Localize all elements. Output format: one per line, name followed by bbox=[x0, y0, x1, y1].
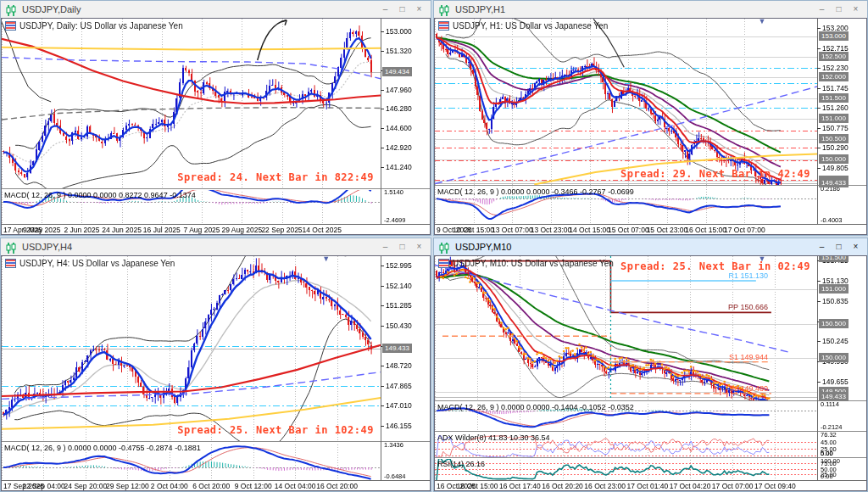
chart-window-usdjpy-m10[interactable]: USDJPY,M10 –□× USDJPY, M10: US Dollar vs… bbox=[433, 238, 868, 492]
window-titlebar[interactable]: USDJPY,Daily –□× bbox=[1, 1, 431, 18]
indicator-label: RSI(14) 26.16 bbox=[437, 460, 485, 468]
time-axis-label: 9 Oct 12:00 bbox=[235, 482, 272, 490]
indicator-axis-tick: 0.00 bbox=[821, 472, 833, 480]
pivot-level-label: S2 149.480 bbox=[729, 384, 768, 393]
price-axis-tick: 151.260 bbox=[822, 103, 849, 112]
window-titlebar[interactable]: USDJPY,M10 –□× bbox=[434, 238, 867, 255]
time-axis-label: 13 Oct 07:00 bbox=[492, 226, 533, 234]
time-axis-label: 17 Oct 07:00 bbox=[724, 226, 765, 234]
time-axis-label: 16 Jul 2025 bbox=[143, 226, 181, 234]
chart-client-area: USDJPY, H1: US Dollar vs Japanese Yen Sp… bbox=[434, 18, 867, 235]
spread-countdown-label: Spread: 25. Next Bar in 02:49 bbox=[620, 260, 810, 272]
price-axis-tick: 149.805 bbox=[822, 164, 849, 172]
minimize-button[interactable]: – bbox=[815, 3, 829, 16]
minimize-button[interactable]: – bbox=[378, 3, 392, 16]
maximize-button[interactable]: □ bbox=[395, 3, 409, 16]
time-axis-label: 2 Jun 2025 bbox=[64, 226, 99, 234]
price-level-badge: 151.000 bbox=[819, 284, 849, 294]
minimize-button[interactable]: – bbox=[378, 241, 392, 254]
pivot-level-label: PP 150.666 bbox=[728, 303, 768, 311]
indicator-axis-tick: -0.6484 bbox=[384, 472, 405, 480]
indicator-axis-tick: 0.00 bbox=[821, 450, 833, 457]
price-level-badge: 151.500 bbox=[819, 93, 849, 103]
close-button[interactable]: × bbox=[412, 3, 426, 16]
time-axis-label: 16 Oct 20:00 bbox=[316, 482, 358, 490]
chart-app-icon bbox=[5, 4, 18, 15]
price-axis-tick: 150.775 bbox=[822, 124, 849, 132]
maximize-button[interactable]: □ bbox=[395, 241, 409, 254]
close-button[interactable]: × bbox=[849, 3, 863, 16]
price-axis-tick: 142.920 bbox=[386, 143, 412, 152]
price-axis-tick: 152.140 bbox=[386, 282, 412, 290]
indicator-axis-tick: 1.3436 bbox=[384, 441, 403, 449]
time-axis-label: 2 Oct 04:00 bbox=[151, 482, 188, 490]
time-axis-label: 7 Aug 2025 bbox=[184, 226, 220, 234]
time-axis-label: 24 Sep 20:00 bbox=[64, 482, 108, 490]
current-price-badge: 149.434 bbox=[382, 67, 412, 76]
time-axis-label: 14 Oct 04:00 bbox=[275, 482, 316, 490]
price-level-badge: 151.000 bbox=[819, 114, 849, 123]
current-price-badge: 149.433 bbox=[382, 344, 412, 353]
indicator-label: ADX Wilder(8) 41.83 10.30 36.54 bbox=[437, 433, 550, 442]
price-level-badge: 150.500 bbox=[819, 134, 849, 143]
time-axis-label: 22 Sep 2025 bbox=[261, 226, 302, 234]
time-axis-label: 22 Sep 04:00 bbox=[22, 482, 65, 490]
time-axis-label: 14 Oct 2025 bbox=[303, 226, 342, 234]
maximize-button[interactable]: □ bbox=[832, 3, 846, 16]
time-axis-label: 29 Aug 2025 bbox=[221, 226, 262, 234]
time-axis-label: 16 Oct 17:40 bbox=[499, 482, 541, 490]
window-title: USDJPY,M10 bbox=[455, 242, 810, 252]
price-axis-tick: 146.280 bbox=[386, 104, 412, 113]
indicator-axis-tick: 1.5140 bbox=[384, 188, 403, 196]
close-button[interactable]: × bbox=[849, 241, 863, 254]
time-axis-label: 17 Oct 04:20 bbox=[670, 482, 711, 490]
price-axis-tick: 151.285 bbox=[386, 301, 412, 310]
price-axis-tick: 147.010 bbox=[386, 401, 412, 410]
time-axis-label: 14 Oct 15:00 bbox=[569, 226, 610, 234]
spread-countdown-label: Spread: 29. Next Bar in 42:49 bbox=[620, 168, 810, 180]
window-titlebar[interactable]: USDJPY,H4 –□× bbox=[1, 238, 431, 255]
price-axis-tick: 147.865 bbox=[386, 382, 412, 390]
spread-countdown-label: Spread: 25. Next Bar in 102:49 bbox=[177, 424, 374, 436]
time-axis-label: 9 May 2025 bbox=[23, 226, 60, 234]
chart-window-usdjpy-h1[interactable]: USDJPY,H1 –□× USDJPY, H1: US Dollar vs J… bbox=[433, 0, 868, 236]
pivot-level-label: R1 151.130 bbox=[728, 271, 768, 280]
chart-app-icon bbox=[438, 4, 451, 15]
chart-canvas[interactable] bbox=[435, 256, 866, 490]
chart-window-usdjpy-daily[interactable]: USDJPY,Daily –□× USDJPY, Daily: US Dolla… bbox=[0, 0, 431, 236]
close-button[interactable]: × bbox=[412, 241, 426, 254]
time-axis-label: 16 Oct 15:00 bbox=[457, 482, 498, 490]
indicator-label: MACD( 12, 26, 9 ) 0.0000 0.0000 -0.3466 … bbox=[437, 187, 634, 196]
chart-symbol-label: USDJPY, H4: US Dollar vs Japanese Yen bbox=[5, 259, 175, 268]
chart-properties-icon bbox=[5, 259, 16, 268]
price-level-badge: 151.500 bbox=[819, 255, 849, 262]
alert-arrow-marker: ▼ bbox=[322, 255, 330, 263]
price-axis-tick: 141.240 bbox=[386, 163, 412, 171]
price-level-badge: 152.000 bbox=[819, 72, 849, 81]
chart-window-usdjpy-h4[interactable]: USDJPY,H4 –□× USDJPY, H4: US Dollar vs J… bbox=[0, 238, 431, 492]
time-axis-label: 15 Oct 07:00 bbox=[608, 226, 649, 234]
alert-arrow-marker: ▼ bbox=[759, 18, 766, 25]
price-axis-tick: 150.835 bbox=[822, 297, 849, 305]
chart-canvas[interactable] bbox=[2, 19, 430, 234]
chart-canvas[interactable] bbox=[2, 256, 430, 490]
spread-countdown-label: Spread: 24. Next Bar in 822:49 bbox=[177, 171, 374, 183]
indicator-axis-tick: 76.32 bbox=[821, 431, 837, 439]
indicator-axis-tick: -0.2124 bbox=[821, 423, 842, 431]
price-level-badge: 152.500 bbox=[819, 52, 849, 61]
price-level-badge: 150.000 bbox=[819, 353, 849, 362]
price-level-badge: 153.000 bbox=[819, 31, 849, 41]
indicator-axis-tick: 0.1114 bbox=[821, 400, 839, 408]
time-axis-label: 29 Sep 12:00 bbox=[106, 482, 149, 490]
maximize-button[interactable]: □ bbox=[832, 241, 846, 254]
minimize-button[interactable]: – bbox=[815, 241, 829, 254]
time-axis-label: 16 Oct 15:00 bbox=[685, 226, 726, 234]
chart-app-icon bbox=[438, 242, 451, 253]
chart-canvas[interactable] bbox=[435, 19, 866, 234]
window-titlebar[interactable]: USDJPY,H1 –□× bbox=[434, 1, 867, 18]
price-axis-tick: 150.290 bbox=[822, 143, 849, 152]
chart-client-area: USDJPY, H4: US Dollar vs Japanese Yen Sp… bbox=[1, 255, 431, 491]
price-axis-tick: 153.000 bbox=[386, 27, 412, 36]
price-axis-tick: 151.320 bbox=[386, 47, 412, 55]
indicator-label: MACD( 12, 26, 9 ) 0.0000 0.0000 -0.4755 … bbox=[4, 444, 201, 452]
